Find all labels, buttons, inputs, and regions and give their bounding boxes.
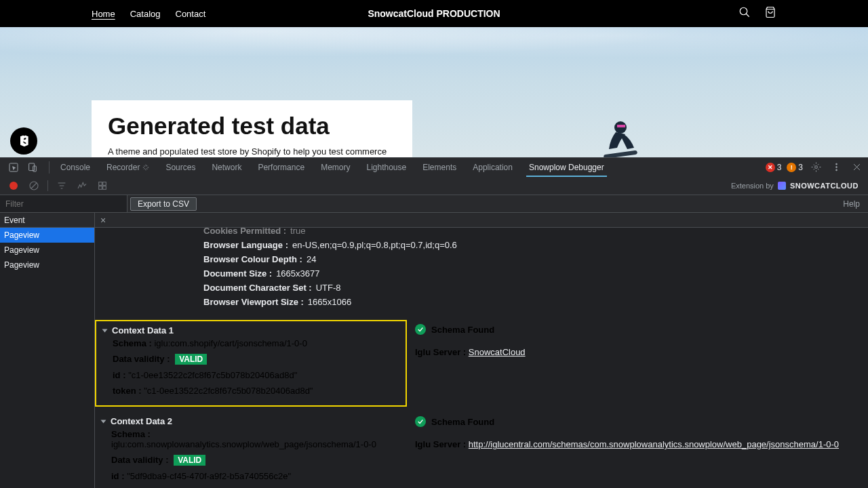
sidebar-header: Event	[0, 213, 94, 228]
svg-rect-21	[99, 186, 102, 189]
extension-by-label: Extension by	[731, 182, 774, 190]
hero-heading: Generated test data	[108, 113, 396, 140]
tab-performance[interactable]: Performance	[250, 158, 313, 176]
schema-panel-2: Schema Found Iglu Server : http://igluce…	[407, 412, 868, 488]
sidebar-item-pageview[interactable]: Pageview	[0, 228, 94, 243]
filter-input[interactable]	[0, 195, 127, 212]
gear-icon[interactable]	[808, 160, 823, 175]
svg-line-15	[31, 183, 37, 188]
tab-sources[interactable]: Sources	[157, 158, 203, 176]
search-icon[interactable]	[738, 6, 751, 21]
brand-name: SNOWCATCLOUD	[790, 182, 859, 190]
record-icon[interactable]	[5, 178, 22, 194]
hero-section: Generated test data A theme and populate…	[0, 27, 868, 157]
site-title: SnowcatCloud PRODUCTION	[368, 8, 500, 19]
filter-row: Export to CSV Help	[0, 195, 868, 213]
svg-line-1	[746, 14, 749, 17]
inspect-icon[interactable]	[4, 158, 23, 177]
shopify-badge-icon	[10, 127, 37, 155]
check-icon	[415, 416, 426, 427]
extension-toolbar: Extension by SNOWCATCLOUD	[0, 176, 868, 195]
device-toggle-icon[interactable]	[23, 158, 42, 177]
context-data-2: Context Data 2 Schema : iglu:com.snowplo…	[95, 412, 407, 488]
iglu-server-link[interactable]: http://iglucentral.com/schemas/com.snowp…	[469, 439, 839, 449]
tab-elements[interactable]: Elements	[414, 158, 465, 176]
iglu-server-link[interactable]: SnowcatCloud	[469, 347, 526, 357]
kebab-icon[interactable]	[829, 160, 844, 175]
tab-memory[interactable]: Memory	[313, 158, 358, 176]
devtools-tab-bar: Console Recorder Sources Network Perform…	[0, 157, 868, 176]
event-sidebar: Event Pageview Pageview Pageview	[0, 213, 95, 488]
export-csv-button[interactable]: Export to CSV	[130, 197, 197, 211]
tab-network[interactable]: Network	[203, 158, 250, 176]
svg-rect-3	[617, 125, 625, 127]
svg-point-9	[835, 163, 837, 165]
schema-panel-1: Schema Found Iglu Server : SnowcatCloud	[407, 320, 868, 407]
filter-toggle-icon[interactable]	[54, 178, 70, 194]
stack-icon[interactable]	[94, 178, 111, 194]
svg-rect-4	[604, 150, 637, 157]
svg-rect-22	[103, 186, 106, 189]
sidebar-item-pageview[interactable]: Pageview	[0, 243, 94, 258]
warning-count-badge[interactable]: !3	[787, 163, 803, 172]
svg-rect-6	[29, 163, 35, 171]
cart-icon[interactable]	[764, 6, 776, 21]
devtools-tabs: Console Recorder Sources Network Perform…	[52, 158, 612, 176]
sidebar-item-pageview[interactable]: Pageview	[0, 258, 94, 272]
svg-rect-20	[103, 182, 106, 185]
tab-recorder[interactable]: Recorder	[98, 158, 157, 176]
signal-icon[interactable]	[74, 178, 90, 194]
context-data-1: Context Data 1 Schema : iglu:com.shopify…	[95, 320, 407, 407]
hero-card: Generated test data A theme and populate…	[92, 100, 412, 157]
tab-snowplow-debugger[interactable]: Snowplow Debugger	[521, 158, 612, 176]
tab-lighthouse[interactable]: Lighthouse	[358, 158, 414, 176]
close-icon[interactable]	[849, 160, 864, 175]
nav-catalog[interactable]: Catalog	[130, 9, 161, 19]
main-panel: Event Pageview Pageview Pageview × Cooki…	[0, 213, 868, 488]
brand-icon	[778, 182, 786, 190]
nav-home[interactable]: Home	[92, 9, 115, 19]
detail-content: × Cookies Permitted :true Browser Langua…	[95, 213, 868, 488]
svg-rect-19	[99, 182, 102, 185]
nav-contact[interactable]: Contact	[176, 9, 206, 19]
svg-point-11	[835, 169, 837, 171]
tab-application[interactable]: Application	[465, 158, 521, 176]
site-nav: Home Catalog Contact	[92, 9, 205, 19]
snowboarder-image	[597, 115, 644, 157]
help-link[interactable]: Help	[843, 199, 860, 209]
error-count-badge[interactable]: ✕3	[766, 163, 782, 172]
check-icon	[415, 324, 426, 335]
clear-icon[interactable]	[26, 178, 42, 194]
svg-point-0	[740, 7, 747, 15]
hero-subtext: A theme and populated test store by Shop…	[108, 146, 396, 157]
site-header: Home Catalog Contact SnowcatCloud PRODUC…	[0, 0, 868, 27]
tab-console[interactable]: Console	[52, 158, 98, 176]
svg-point-8	[814, 166, 817, 169]
svg-point-10	[835, 167, 837, 168]
